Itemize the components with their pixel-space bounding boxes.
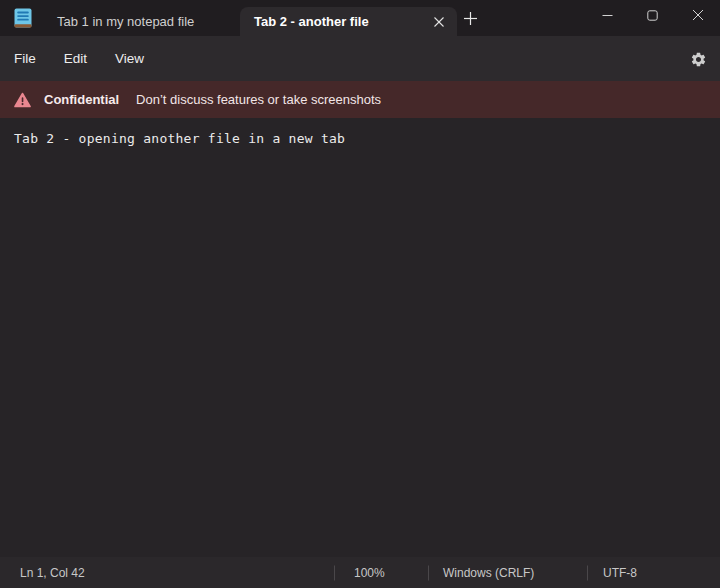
status-divider bbox=[428, 565, 429, 580]
tab-2-label: Tab 2 - another file bbox=[254, 14, 369, 29]
tab-1[interactable]: Tab 1 in my notepad file bbox=[44, 7, 232, 36]
maximize-icon bbox=[647, 10, 658, 21]
tab-close-icon[interactable] bbox=[431, 14, 447, 30]
minimize-button[interactable] bbox=[585, 0, 630, 30]
banner-message: Don’t discuss features or take screensho… bbox=[136, 92, 381, 107]
new-tab-button[interactable] bbox=[461, 9, 479, 27]
notepad-app-icon bbox=[14, 8, 32, 28]
line-ending: Windows (CRLF) bbox=[443, 566, 534, 580]
plus-icon bbox=[463, 11, 478, 26]
close-icon bbox=[692, 9, 704, 21]
window-controls bbox=[585, 0, 720, 30]
gear-icon bbox=[690, 51, 707, 68]
warning-triangle-icon bbox=[14, 92, 31, 108]
titlebar: Tab 1 in my notepad file Tab 2 - another… bbox=[0, 0, 720, 36]
settings-button[interactable] bbox=[688, 49, 708, 69]
status-divider bbox=[334, 565, 335, 580]
menu-edit[interactable]: Edit bbox=[55, 44, 96, 73]
close-button[interactable] bbox=[675, 0, 720, 30]
confidential-banner: Confidential Don’t discuss features or t… bbox=[0, 81, 720, 118]
menubar: File Edit View bbox=[0, 36, 720, 81]
tab-2[interactable]: Tab 2 - another file bbox=[240, 7, 457, 36]
status-bar: Ln 1, Col 42 100% Windows (CRLF) UTF-8 bbox=[0, 557, 720, 588]
menu-file[interactable]: File bbox=[5, 44, 45, 73]
banner-title: Confidential bbox=[44, 92, 119, 107]
zoom-level: 100% bbox=[354, 566, 385, 580]
minimize-icon bbox=[602, 10, 613, 21]
menu-view[interactable]: View bbox=[106, 44, 153, 73]
maximize-button[interactable] bbox=[630, 0, 675, 30]
tab-1-label: Tab 1 in my notepad file bbox=[57, 14, 194, 29]
editor[interactable]: Tab 2 - opening another file in a new ta… bbox=[0, 118, 720, 557]
editor-text: Tab 2 - opening another file in a new ta… bbox=[14, 131, 345, 146]
status-divider bbox=[587, 565, 588, 580]
cursor-position: Ln 1, Col 42 bbox=[20, 566, 85, 580]
encoding: UTF-8 bbox=[603, 566, 637, 580]
notepad-window: Tab 1 in my notepad file Tab 2 - another… bbox=[0, 0, 720, 588]
